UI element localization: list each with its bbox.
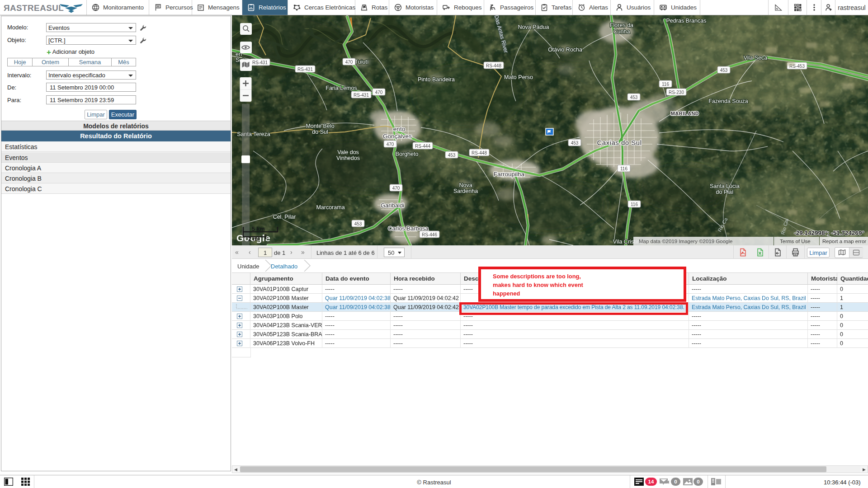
svg-text:Nova: Nova <box>459 182 472 188</box>
svg-text:470: 470 <box>387 142 394 147</box>
svg-text:ЯASTREASUL: ЯASTREASUL <box>4 3 64 13</box>
svg-text:MARILAND: MARILAND <box>671 111 699 116</box>
svg-text:ento: ento <box>393 126 405 132</box>
svg-text:453: 453 <box>448 153 456 158</box>
svg-text:Faria Lemos: Faria Lemos <box>326 85 357 91</box>
svg-text:Cunha: Cunha <box>613 28 630 35</box>
svg-text:453: 453 <box>571 141 579 145</box>
svg-text:do Sul: do Sul <box>312 129 328 135</box>
svg-text:RS-431: RS-431 <box>354 93 369 98</box>
svg-text:2 mi: 2 mi <box>248 236 259 242</box>
svg-text:Sardenha: Sardenha <box>453 188 478 194</box>
svg-text:Vinhedos: Vinhedos <box>336 155 360 161</box>
svg-text:Nova Pádua: Nova Pádua <box>518 24 549 30</box>
svg-text:Santa Lúcia: Santa Lúcia <box>710 183 740 189</box>
svg-text:RS-446: RS-446 <box>422 232 437 237</box>
svg-text:Gonçalves: Gonçalves <box>383 133 412 140</box>
svg-text:Mato Perso: Mato Perso <box>504 74 533 80</box>
svg-text:Terms of Use: Terms of Use <box>780 239 811 244</box>
svg-text:Borgheto: Borgheto <box>396 151 419 157</box>
svg-text:do Piaí: do Piaí <box>716 189 734 195</box>
svg-text:RS-448: RS-448 <box>472 150 487 155</box>
svg-text:Otávio Rocha: Otávio Rocha <box>548 47 582 53</box>
svg-text:Pinto Bandeira: Pinto Bandeira <box>418 76 455 83</box>
svg-text:453: 453 <box>354 221 362 226</box>
svg-text:470: 470 <box>392 186 400 191</box>
svg-text:Farroupilha: Farroupilha <box>494 171 525 178</box>
svg-text:5 km: 5 km <box>252 226 265 232</box>
svg-text:Report a map error: Report a map error <box>822 239 866 244</box>
svg-text:470: 470 <box>375 90 383 95</box>
svg-text:Cel. Pilar: Cel. Pilar <box>273 214 296 220</box>
svg-text:RS-431: RS-431 <box>297 67 313 72</box>
svg-text:453: 453 <box>630 95 638 100</box>
svg-text:Monte Belo: Monte Belo <box>306 123 334 129</box>
svg-text:Pedras Brancas: Pedras Brancas <box>666 18 707 24</box>
svg-text:470: 470 <box>345 60 353 65</box>
svg-text:Tuiutí: Tuiutí <box>355 59 369 65</box>
svg-text:RS-230: RS-230 <box>669 90 684 95</box>
svg-text:Garibaldi: Garibaldi <box>381 202 404 209</box>
svg-text:RS-431: RS-431 <box>252 60 268 65</box>
svg-text:Marcorama: Marcorama <box>316 204 344 211</box>
svg-text:Vale dos: Vale dos <box>337 149 359 155</box>
svg-text:RS-448: RS-448 <box>486 63 501 68</box>
svg-text:Vila Seca: Vila Seca <box>744 55 768 61</box>
svg-text:-29.142998°; -51.724269°: -29.142998°; -51.724269° <box>794 230 864 236</box>
svg-text:RS-444: RS-444 <box>415 144 430 149</box>
svg-text:116: 116 <box>631 202 638 207</box>
svg-text:116: 116 <box>620 166 627 171</box>
svg-text:Map data ©2019 Imagery ©2019 G: Map data ©2019 Imagery ©2019 Google <box>639 239 732 244</box>
svg-text:Flores da: Flores da <box>610 22 633 28</box>
svg-text:Fazenda Souza: Fazenda Souza <box>708 98 748 104</box>
svg-text:116: 116 <box>662 82 669 87</box>
svg-text:Caxias do Sul: Caxias do Sul <box>597 139 642 146</box>
svg-text:453: 453 <box>720 68 728 73</box>
